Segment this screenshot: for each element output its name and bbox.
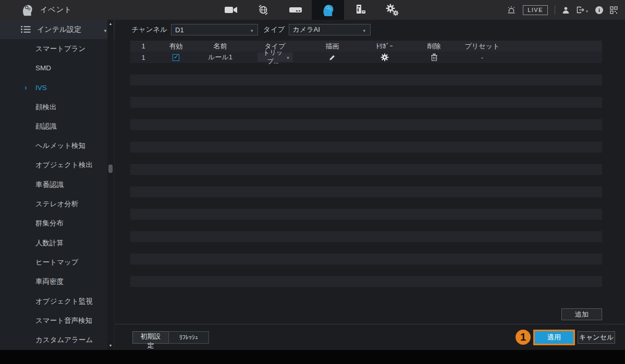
sidebar-item-face-recognition[interactable]: 顔認識 bbox=[0, 117, 109, 136]
nav-camera[interactable] bbox=[215, 0, 247, 20]
logout-icon bbox=[577, 6, 585, 14]
table-empty-rows bbox=[130, 63, 602, 298]
sidebar-item-custom-alarm[interactable]: カスタムアラーム bbox=[0, 330, 109, 349]
sidebar-item-heat-map[interactable]: ヒートマップ bbox=[0, 253, 109, 272]
sidebar-item-label: スマート音声検知 bbox=[35, 316, 92, 325]
draw-button[interactable] bbox=[328, 54, 336, 61]
table-row bbox=[130, 175, 602, 186]
sidebar-item-people-counting[interactable]: 人数計算 bbox=[0, 233, 109, 253]
alarm-button[interactable] bbox=[507, 6, 516, 15]
table-row bbox=[130, 231, 602, 243]
sidebar-item-label: 車番認識 bbox=[35, 180, 64, 190]
table-row bbox=[130, 74, 602, 86]
table-row bbox=[130, 85, 602, 97]
sidebar-item-smart-audio-detection[interactable]: スマート音声検知 bbox=[0, 311, 109, 330]
sidebar-item-label: SMD bbox=[35, 64, 51, 72]
table-row bbox=[130, 186, 602, 198]
chevron-down-icon bbox=[286, 54, 290, 61]
apply-button[interactable]: 適用 bbox=[535, 331, 573, 344]
annotation-highlight-box: 適用 bbox=[533, 330, 575, 345]
sidebar-item-stereo-analysis[interactable]: ステレオ分析 bbox=[0, 194, 109, 214]
sidebar-item-vehicle-density[interactable]: 車両密度 bbox=[0, 272, 109, 292]
sidebar-item-label: ヒートマップ bbox=[35, 258, 79, 267]
sidebar-item-object-monitoring[interactable]: オブジェクト監視 bbox=[0, 292, 109, 311]
info-icon: i bbox=[595, 6, 603, 14]
table-row bbox=[130, 108, 602, 119]
sidebar-item-smd[interactable]: SMD bbox=[0, 58, 109, 78]
scrollbar-thumb[interactable] bbox=[108, 165, 113, 173]
camera-icon bbox=[224, 6, 238, 14]
sidebar: インテル設定 スマートプラン SMD IVS 顔検出 顔認識 ヘルメット検知 オ… bbox=[0, 20, 115, 350]
qr-code-button[interactable] bbox=[610, 6, 618, 14]
table-row bbox=[130, 153, 602, 164]
add-button[interactable]: 追加 bbox=[561, 308, 602, 320]
channel-value: D1 bbox=[175, 26, 184, 34]
rule-type-select[interactable]: トリップ... bbox=[258, 53, 293, 62]
table-row bbox=[130, 220, 602, 231]
nav-network[interactable] bbox=[247, 0, 279, 20]
channel-label: チャンネル bbox=[131, 25, 167, 34]
sidebar-item-helmet-detection[interactable]: ヘルメット検知 bbox=[0, 136, 109, 155]
scroll-up-icon[interactable] bbox=[107, 21, 114, 27]
info-button[interactable]: i bbox=[595, 6, 603, 14]
table-row bbox=[130, 97, 602, 108]
table-row bbox=[130, 287, 602, 298]
sidebar-header[interactable]: インテル設定 bbox=[0, 20, 115, 39]
nav-ai-event[interactable] bbox=[312, 0, 344, 20]
ai-face-logo-icon bbox=[21, 4, 33, 16]
sidebar-item-face-detection[interactable]: 顔検出 bbox=[0, 97, 109, 117]
col-header-index: 1 bbox=[130, 42, 156, 50]
table-row bbox=[130, 130, 602, 142]
sidebar-item-ivs[interactable]: IVS bbox=[0, 78, 109, 97]
sidebar-header-label: インテル設定 bbox=[37, 25, 81, 34]
sidebar-item-label: スマートプラン bbox=[35, 44, 85, 54]
topbar-separator bbox=[555, 5, 555, 15]
delete-button[interactable] bbox=[431, 53, 438, 61]
main-panel: チャンネル D1 タイプ カメラAI 1 有効 名前 タイプ 描画 ﾄﾘｶﾞｰ … bbox=[115, 20, 625, 350]
scroll-down-icon[interactable] bbox=[107, 343, 114, 349]
type-select[interactable]: カメラAI bbox=[289, 24, 371, 35]
col-header-preset: プリセット bbox=[459, 42, 506, 51]
sidebar-item-label: IVS bbox=[35, 84, 47, 92]
pencil-icon bbox=[328, 54, 336, 61]
table-row bbox=[130, 63, 602, 74]
refresh-button[interactable]: ﾘﾌﾚｯｼｭ bbox=[168, 331, 209, 344]
channel-select[interactable]: D1 bbox=[171, 24, 258, 35]
trash-icon bbox=[431, 53, 438, 61]
col-header-delete: 削除 bbox=[409, 42, 459, 51]
sidebar-scrollbar[interactable] bbox=[107, 20, 114, 350]
sidebar-item-smart-plan[interactable]: スマートプラン bbox=[0, 39, 109, 58]
topbar: イベント bbox=[0, 0, 625, 20]
sidebar-item-label: ステレオ分析 bbox=[35, 199, 78, 209]
trigger-button[interactable] bbox=[381, 53, 389, 61]
table-row bbox=[130, 209, 602, 220]
sidebar-item-object-detection[interactable]: オブジェクト検出 bbox=[0, 156, 109, 175]
default-settings-button[interactable]: 初期設定 bbox=[132, 331, 169, 344]
chevron-right-icon bbox=[24, 83, 27, 92]
storage-icon bbox=[289, 6, 302, 14]
sidebar-item-crowd-distribution[interactable]: 群集分布 bbox=[0, 214, 109, 233]
user-button[interactable] bbox=[562, 6, 570, 14]
nvr-app-window: イベント bbox=[0, 0, 625, 364]
table-header-row: 1 有効 名前 タイプ 描画 ﾄﾘｶﾞｰ 削除 プリセット bbox=[130, 41, 602, 52]
nav-settings[interactable] bbox=[376, 0, 409, 20]
col-header-enabled: 有効 bbox=[156, 42, 195, 51]
table-row bbox=[130, 142, 602, 153]
nav-storage[interactable] bbox=[279, 0, 312, 20]
cancel-button[interactable]: キャンセル bbox=[578, 331, 615, 344]
enabled-checkbox[interactable] bbox=[173, 54, 179, 61]
table-row bbox=[130, 276, 602, 287]
col-header-draw: 描画 bbox=[305, 42, 360, 51]
topbar-nav bbox=[215, 0, 409, 20]
page-title: イベント bbox=[40, 5, 72, 15]
nav-system[interactable] bbox=[344, 0, 376, 20]
topbar-right: LIVE i bbox=[507, 0, 618, 20]
network-icon bbox=[258, 4, 269, 16]
type-label: タイプ bbox=[263, 25, 285, 34]
user-icon bbox=[562, 6, 570, 14]
sidebar-item-label: オブジェクト検出 bbox=[35, 160, 93, 170]
live-button[interactable]: LIVE bbox=[523, 5, 548, 15]
alarm-icon bbox=[507, 6, 516, 15]
logout-button[interactable] bbox=[577, 6, 589, 14]
sidebar-item-anpr[interactable]: 車番認識 bbox=[0, 175, 109, 194]
